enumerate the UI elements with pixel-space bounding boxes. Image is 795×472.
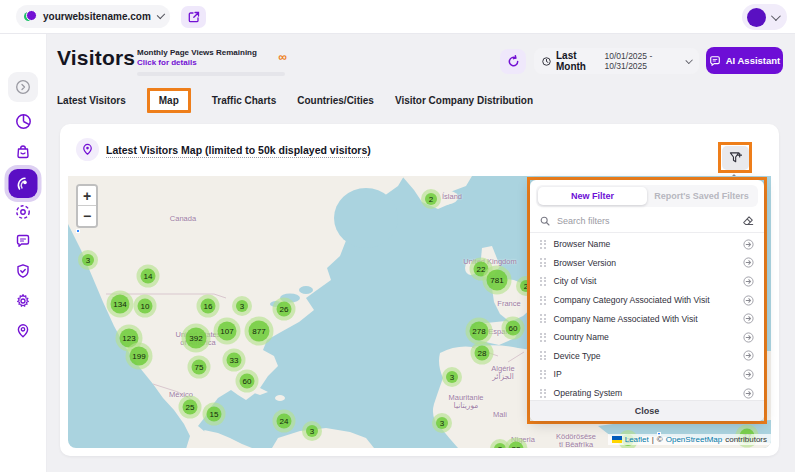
filter-item-device-type[interactable]: Device Type [530,347,764,366]
cluster-count: 781 [487,270,508,291]
sidebar-item-dashboard[interactable] [8,106,38,136]
sidebar-item-settings[interactable] [8,286,38,316]
filter-panel: New FilterReport's Saved Filters Browser… [530,180,764,421]
drag-handle-icon[interactable] [540,296,546,305]
arrow-right-circle-icon[interactable] [743,350,754,361]
visitor-cluster-bubble[interactable]: 2 [421,189,441,209]
visitor-cluster-bubble[interactable]: 392 [182,324,211,353]
filter-item-country-name[interactable]: Country Name [530,328,764,347]
filter-search-input[interactable] [557,216,735,226]
drag-handle-icon[interactable] [540,389,546,398]
filter-item-company-name-associated-with-visit[interactable]: Company Name Associated With Visit [530,309,764,328]
zoom-in-button[interactable]: + [78,186,96,206]
visitor-cluster-bubble[interactable]: 3 [78,250,98,270]
sidebar-item-communication[interactable] [8,226,38,256]
leaflet-link[interactable]: Leaflet [625,435,649,444]
tab-countries-cities[interactable]: Countries/Cities [297,89,374,112]
visitor-cluster-bubble[interactable]: 107 [214,318,241,345]
arrow-right-circle-icon[interactable] [743,332,754,343]
filter-item-browser-version[interactable]: Browser Version [530,254,764,273]
filter-item-city-of-visit[interactable]: City of Visit [530,272,764,291]
openstreetmap-link[interactable]: OpenStreetMap [666,435,722,444]
visitor-cluster-bubble[interactable]: 278 [466,318,493,345]
sidebar-item-location[interactable] [8,316,38,346]
visitor-cluster-bubble[interactable]: 10 [134,295,157,318]
sidebar-item-behavior[interactable] [8,197,38,227]
map-label: Canada [170,215,196,223]
sidebar-item-visitors[interactable] [9,169,38,198]
visitor-cluster-bubble[interactable]: 15 [203,403,226,426]
drag-handle-icon[interactable] [540,240,546,249]
cluster-count: 278 [470,322,489,341]
visitor-cluster-bubble[interactable]: 134 [107,291,134,318]
zoom-out-button[interactable]: − [78,206,96,226]
visitor-cluster-bubble[interactable]: 877 [245,317,274,346]
attribution-separator: | [652,435,654,444]
filter-button[interactable] [722,146,749,170]
filter-search-row [530,210,764,233]
arrow-right-circle-icon[interactable] [743,313,754,324]
drag-handle-icon[interactable] [540,351,546,360]
map-label: Ísland [442,193,462,201]
visitor-cluster-bubble[interactable]: 24 [273,410,296,433]
visitor-cluster-bubble[interactable]: 28 [471,342,494,365]
arrow-right-circle-icon[interactable] [743,295,754,306]
date-range-value: 10/01/2025 - 10/31/2025 [605,51,681,71]
sidebar-item-privacy[interactable] [8,256,38,286]
ai-assistant-button[interactable]: AI Assistant [706,47,783,74]
tab-map[interactable]: Map [147,88,191,113]
cluster-count: 3 [436,417,448,429]
filter-tab-report-s-saved-filters[interactable]: Report's Saved Filters [647,187,756,205]
date-range-picker[interactable]: Last Month 10/01/2025 - 10/31/2025 [534,48,699,74]
filter-item-company-category-associated-with-visit[interactable]: Company Category Associated With Visit [530,291,764,310]
arrow-right-circle-icon[interactable] [743,239,754,250]
arrow-right-circle-icon[interactable] [743,276,754,287]
filter-close-button[interactable]: Close [530,400,764,421]
filter-tab-new-filter[interactable]: New Filter [538,187,647,205]
arrow-right-circle-icon[interactable] [743,369,754,380]
filter-item-browser-name[interactable]: Browser Name [530,235,764,254]
drag-handle-icon[interactable] [540,277,546,286]
visitor-cluster-bubble[interactable]: 14 [137,265,160,288]
visitor-cluster-bubble[interactable]: 3 [302,421,322,441]
drag-handle-icon[interactable] [540,370,546,379]
visitor-cluster-bubble[interactable]: 25 [179,396,202,419]
eraser-icon[interactable] [742,215,754,227]
shopping-bag-icon [15,144,31,160]
cluster-count: 24 [277,414,292,429]
cluster-count: 199 [130,347,149,366]
visitor-cluster-bubble[interactable]: 3 [442,367,462,387]
drag-handle-icon[interactable] [540,314,546,323]
visitor-cluster-bubble[interactable]: 3 [232,296,252,316]
filter-item-operating-system[interactable]: Operating System [530,384,764,400]
visitor-cluster-bubble[interactable]: 75 [188,356,211,379]
external-link-icon [188,11,200,23]
visitor-cluster-bubble[interactable]: 33 [223,349,246,372]
drag-handle-icon[interactable] [540,258,546,267]
visitor-cluster-bubble[interactable]: 60 [502,317,525,340]
visitor-cluster-bubble[interactable]: 60 [236,370,259,393]
quota-details-link[interactable]: Click for details [137,58,285,67]
tab-visitor-company-distribution[interactable]: Visitor Company Distribution [395,89,533,112]
tab-traffic-charts[interactable]: Traffic Charts [212,89,276,112]
sidebar-item-ecommerce[interactable] [8,137,38,167]
filter-item-label: Company Name Associated With Visit [554,314,736,324]
sidebar-item-collapse[interactable] [8,72,38,102]
visitor-cluster-bubble[interactable]: 3 [432,413,452,433]
date-period-label: Last Month [556,50,600,72]
arrow-right-circle-icon[interactable] [743,257,754,268]
visitor-cluster-bubble[interactable]: 16 [197,295,220,318]
arrow-right-circle-icon[interactable] [743,388,754,399]
website-selector[interactable]: yourwebsitename.com [16,5,170,28]
visitor-cluster-bubble[interactable]: 26 [273,298,296,321]
drag-handle-icon[interactable] [540,333,546,342]
visitor-cluster-bubble[interactable]: 781 [483,266,512,295]
cluster-count: 25 [183,400,198,415]
visitor-cluster-bubble[interactable]: 199 [126,343,153,370]
filter-item-ip[interactable]: IP [530,365,764,384]
user-menu[interactable] [742,4,787,30]
tab-latest-visitors[interactable]: Latest Visitors [57,89,126,112]
cluster-count: 28 [475,346,490,361]
open-website-button[interactable] [181,6,206,28]
refresh-button[interactable] [500,49,526,74]
